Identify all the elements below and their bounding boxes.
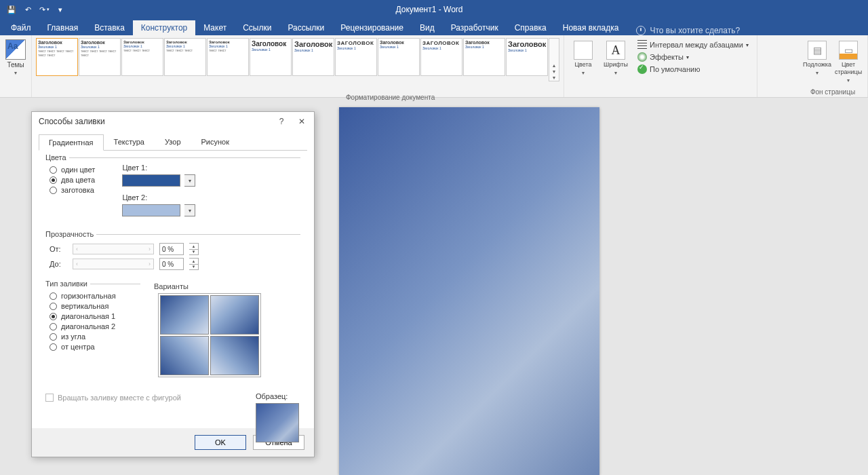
radio-diagonal2[interactable]: диагональная 2 [50,322,140,330]
color1-dropdown[interactable]: ▾ [184,174,195,187]
window-title: Документ1 - Word [72,5,787,14]
check-icon [637,64,647,74]
radio-preset[interactable]: заготовка [50,186,95,194]
tab-picture[interactable]: Рисунок [191,134,240,150]
tab-mailings[interactable]: Рассылки [279,20,332,35]
shading-type-fieldset: Тип заливки горизонтальная вертикальная … [45,284,140,360]
transparency-legend: Прозрачность [45,230,96,238]
tab-review[interactable]: Рецензирование [332,20,412,35]
tab-texture[interactable]: Текстура [104,134,155,150]
to-spinner[interactable]: ▲▼ [189,258,199,270]
gallery-more-button[interactable]: ▴▾▾ [549,38,559,81]
variant-4[interactable] [210,336,259,375]
page-color-button[interactable]: ▭ Цвет страницы ▾ [833,38,863,83]
style-item[interactable]: ЗаголовокЗаголовок 1текст текст текст [121,38,163,76]
tab-developer[interactable]: Разработчик [443,20,507,35]
radio-label: заготовка [61,186,94,194]
themes-button[interactable]: Aa Темы ▾ [3,37,28,76]
style-item[interactable]: ЗаголовокЗаголовок 1текст текст текст те… [36,38,78,76]
from-slider[interactable]: ‹› [73,244,154,254]
colors-button[interactable]: Цвета ▾ [568,38,598,76]
radio-label: вертикальная [61,302,108,310]
ribbon-tabs: Файл Главная Вставка Конструктор Макет С… [0,19,868,35]
tell-me-label: Что вы хотите сделать? [650,26,740,35]
tab-layout[interactable]: Макет [195,20,235,35]
help-button[interactable]: ? [272,113,291,130]
watermark-button[interactable]: ▤ Подложка ▾ [802,38,832,83]
color1-swatch[interactable] [122,174,180,187]
radio-label: из угла [61,332,85,341]
radio-label: горизонтальная [61,292,116,300]
checkbox-icon [45,394,54,402]
from-spinner[interactable]: ▲▼ [189,243,199,255]
fonts-icon: A [606,41,625,60]
color2-swatch[interactable] [122,204,180,216]
radio-label: один цвет [61,166,95,174]
paragraph-spacing-button[interactable]: Интервал между абзацами ▾ [636,39,750,50]
style-item[interactable]: ЗаголовокЗаголовок 1 [292,38,334,76]
style-item[interactable]: ЗАГОЛОВОКЗаголовок 1 [420,38,462,76]
radio-icon [50,333,57,341]
radio-horizontal[interactable]: горизонтальная [50,292,140,300]
tab-home[interactable]: Главная [39,20,87,35]
style-item[interactable]: ЗаголовокЗаголовок 1 [378,38,420,76]
variants-fieldset: Варианты [154,284,300,384]
variant-1[interactable] [160,295,209,335]
radio-diagonal1[interactable]: диагональная 1 [50,312,140,320]
style-item[interactable]: ЗАГОЛОВОКЗаголовок 1 [335,38,377,76]
dialog-tabs: Градиентная Текстура Узор Рисунок [39,134,307,151]
to-input[interactable]: 0 % [159,258,184,270]
color2-dropdown[interactable]: ▾ [184,204,195,216]
page-bg-label: Фон страницы [802,87,863,97]
spacing-label: Интервал между абзацами [650,41,743,49]
radio-corner[interactable]: из угла [50,332,140,341]
style-item[interactable]: ЗаголовокЗаголовок 1текст текст [207,38,249,76]
from-input[interactable]: 0 % [159,243,184,255]
ok-button[interactable]: OK [195,435,246,450]
themes-icon: Aa [5,39,26,60]
sample-label: Образец: [256,392,299,400]
style-item[interactable]: ЗаголовокЗаголовок 1 [250,38,292,76]
close-button[interactable]: ✕ [292,113,311,130]
fonts-button[interactable]: A Шрифты ▾ [601,38,631,76]
tab-help[interactable]: Справка [507,20,555,35]
tab-gradient[interactable]: Градиентная [39,134,104,151]
fill-effects-dialog: Способы заливки ? ✕ Градиентная Текстура… [31,111,315,457]
style-gallery: ЗаголовокЗаголовок 1текст текст текст те… [35,37,561,83]
tab-view[interactable]: Вид [412,20,443,35]
watermark-label: Подложка [803,61,831,69]
radio-label: диагональная 2 [61,322,115,330]
tab-pattern[interactable]: Узор [155,134,191,150]
pagecolor-icon: ▭ [839,41,858,60]
radio-two-colors[interactable]: два цвета [50,176,95,184]
save-button[interactable]: 💾 [4,2,19,17]
radio-one-color[interactable]: один цвет [50,166,95,174]
tell-me-search[interactable]: Что вы хотите сделать? [636,26,740,35]
style-item[interactable]: ЗаголовокЗаголовок 1 [463,38,505,76]
docformat-group-label: Форматирование документа [346,94,435,101]
page-bg-group: ▤ Подложка ▾ ▭ Цвет страницы ▾ Фон стран… [798,35,868,97]
page-preview[interactable] [339,107,599,475]
radio-vertical[interactable]: вертикальная [50,302,140,310]
variant-2[interactable] [210,295,259,335]
tab-file[interactable]: Файл [3,20,39,35]
variant-3[interactable] [160,336,209,375]
style-item[interactable]: ЗаголовокЗаголовок 1текст текст текст [164,38,206,76]
doc-options: Интервал между абзацами ▾ Эффекты ▾ По у… [633,38,753,76]
style-item[interactable]: ЗаголовокЗаголовок 1текст текст текст те… [79,38,121,76]
set-default-button[interactable]: По умолчанию [636,64,750,75]
rotate-label: Вращать заливку вместе с фигурой [58,394,181,402]
radio-center[interactable]: от центра [50,343,140,351]
tab-insert[interactable]: Вставка [86,20,133,35]
tab-custom[interactable]: Новая вкладка [555,20,627,35]
qat-customize[interactable]: ▾ [53,2,68,17]
effects-button[interactable]: Эффекты ▾ [636,52,750,62]
variants-grid [158,293,261,377]
to-slider[interactable]: ‹› [73,259,154,269]
tab-references[interactable]: Ссылки [235,20,279,35]
chevron-down-icon: ▾ [14,70,17,76]
style-item[interactable]: ЗаголовокЗаголовок 1 [506,38,548,76]
undo-button[interactable]: ↶ [20,2,35,17]
redo-button[interactable]: ↷▾ [37,2,52,17]
tab-design[interactable]: Конструктор [133,20,195,35]
